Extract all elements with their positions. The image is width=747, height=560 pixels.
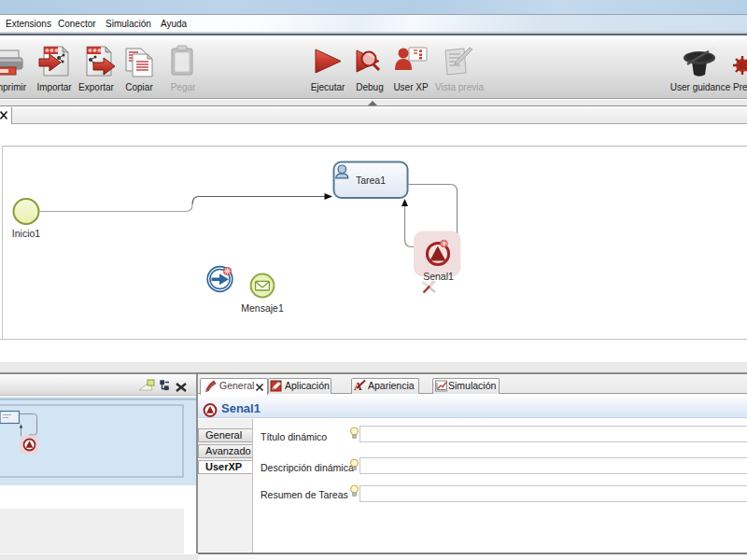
svg-text:Inicio1: Inicio1 — [12, 228, 41, 239]
svg-text:Tarea1: Tarea1 — [356, 175, 386, 186]
svg-text:Senal1: Senal1 — [423, 271, 454, 282]
svg-text:Mensaje1: Mensaje1 — [241, 302, 284, 314]
